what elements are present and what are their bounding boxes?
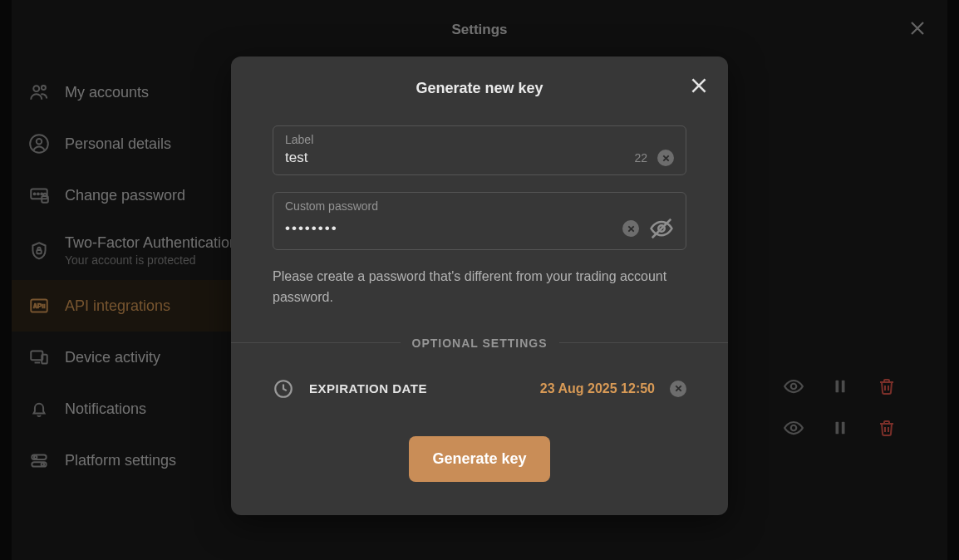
password-field[interactable]: Custom password	[273, 192, 686, 250]
generate-key-dialog: Generate new key Label 22 Custom passwor…	[231, 56, 728, 515]
label-input[interactable]	[285, 150, 624, 166]
expiration-value[interactable]: 23 Aug 2025 12:50	[540, 381, 655, 396]
dialog-title: Generate new key	[273, 80, 686, 97]
expiration-label: EXPIRATION DATE	[309, 381, 525, 395]
clear-icon[interactable]	[657, 150, 674, 166]
clock-icon	[273, 378, 294, 400]
close-icon[interactable]	[688, 75, 710, 96]
char-counter: 22	[634, 151, 647, 165]
clear-icon[interactable]	[670, 381, 686, 397]
divider-label: OPTIONAL SETTINGS	[412, 336, 548, 350]
field-label: Label	[285, 133, 674, 146]
clear-icon[interactable]	[622, 220, 639, 237]
generate-key-button[interactable]: Generate key	[409, 436, 549, 482]
label-field[interactable]: Label 22	[273, 125, 686, 175]
field-label: Custom password	[285, 199, 674, 213]
eye-off-icon[interactable]	[649, 216, 674, 241]
optional-settings-divider: OPTIONAL SETTINGS	[231, 336, 728, 350]
password-helper-text: Please create a password that's differen…	[273, 267, 686, 308]
expiration-row: EXPIRATION DATE 23 Aug 2025 12:50	[273, 378, 686, 400]
password-input[interactable]	[285, 220, 612, 237]
